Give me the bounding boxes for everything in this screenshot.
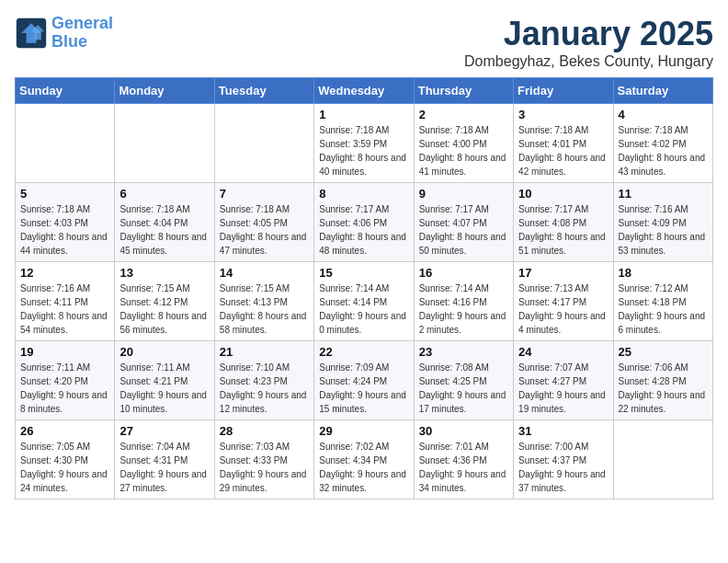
day-info: Sunrise: 7:17 AMSunset: 4:07 PMDaylight:… [419,202,508,258]
calendar-cell: 4Sunrise: 7:18 AMSunset: 4:02 PMDaylight… [613,104,712,183]
weekday-header-row: SundayMondayTuesdayWednesdayThursdayFrid… [16,78,713,104]
day-number: 18 [619,266,708,280]
day-info: Sunrise: 7:02 AMSunset: 4:34 PMDaylight:… [319,440,408,495]
day-number: 12 [20,266,109,280]
day-info: Sunrise: 7:15 AMSunset: 4:12 PMDaylight:… [119,282,209,337]
calendar-cell: 6Sunrise: 7:18 AMSunset: 4:04 PMDaylight… [115,183,214,262]
calendar-cell: 19Sunrise: 7:11 AMSunset: 4:20 PMDayligh… [16,341,115,420]
calendar-cell: 31Sunrise: 7:00 AMSunset: 4:37 PMDayligh… [514,420,613,500]
calendar-cell: 2Sunrise: 7:18 AMSunset: 4:00 PMDaylight… [414,104,513,183]
day-info: Sunrise: 7:13 AMSunset: 4:17 PMDaylight:… [518,282,608,337]
calendar-cell: 7Sunrise: 7:18 AMSunset: 4:05 PMDaylight… [214,183,313,262]
day-info: Sunrise: 7:03 AMSunset: 4:33 PMDaylight:… [220,440,309,495]
calendar-cell [214,104,313,183]
calendar-cell [613,420,712,500]
day-number: 6 [119,187,209,201]
day-info: Sunrise: 7:11 AMSunset: 4:20 PMDaylight:… [20,361,109,416]
day-number: 21 [220,345,309,359]
day-info: Sunrise: 7:18 AMSunset: 4:00 PMDaylight:… [419,123,508,178]
logo-text-line2: Blue [51,33,113,52]
day-number: 23 [419,345,508,359]
day-info: Sunrise: 7:06 AMSunset: 4:28 PMDaylight:… [619,361,708,416]
day-number: 11 [619,187,708,201]
calendar-cell: 1Sunrise: 7:18 AMSunset: 3:59 PMDaylight… [314,104,414,183]
calendar-cell: 3Sunrise: 7:18 AMSunset: 4:01 PMDaylight… [514,104,613,183]
location-title: Dombegyhaz, Bekes County, Hungary [464,53,713,70]
day-number: 7 [220,187,309,201]
calendar-cell [16,104,115,183]
week-row-5: 26Sunrise: 7:05 AMSunset: 4:30 PMDayligh… [16,420,713,500]
weekday-header-thursday: Thursday [414,78,513,104]
calendar-cell: 13Sunrise: 7:15 AMSunset: 4:12 PMDayligh… [115,262,214,341]
day-info: Sunrise: 7:18 AMSunset: 4:01 PMDaylight:… [518,123,608,178]
calendar-cell [115,104,214,183]
title-area: January 2025 Dombegyhaz, Bekes County, H… [464,15,713,70]
day-number: 28 [220,424,309,438]
day-info: Sunrise: 7:00 AMSunset: 4:37 PMDaylight:… [518,440,608,495]
day-info: Sunrise: 7:16 AMSunset: 4:09 PMDaylight:… [619,202,708,258]
day-number: 14 [220,266,309,280]
day-info: Sunrise: 7:18 AMSunset: 4:05 PMDaylight:… [220,202,309,258]
calendar-cell: 12Sunrise: 7:16 AMSunset: 4:11 PMDayligh… [16,262,115,341]
day-number: 13 [119,266,209,280]
calendar-cell: 11Sunrise: 7:16 AMSunset: 4:09 PMDayligh… [613,183,712,262]
weekday-header-monday: Monday [115,78,214,104]
day-number: 5 [20,187,109,201]
day-info: Sunrise: 7:12 AMSunset: 4:18 PMDaylight:… [619,282,708,337]
weekday-header-saturday: Saturday [613,78,712,104]
logo-icon [15,17,48,50]
calendar: SundayMondayTuesdayWednesdayThursdayFrid… [15,77,713,500]
day-number: 31 [518,424,608,438]
day-number: 8 [319,187,408,201]
day-number: 3 [518,108,608,121]
week-row-1: 1Sunrise: 7:18 AMSunset: 3:59 PMDaylight… [16,104,713,183]
week-row-4: 19Sunrise: 7:11 AMSunset: 4:20 PMDayligh… [16,341,713,420]
day-number: 1 [319,108,408,121]
calendar-cell: 18Sunrise: 7:12 AMSunset: 4:18 PMDayligh… [613,262,712,341]
day-number: 26 [20,424,109,438]
day-info: Sunrise: 7:17 AMSunset: 4:06 PMDaylight:… [319,202,408,258]
calendar-cell: 25Sunrise: 7:06 AMSunset: 4:28 PMDayligh… [613,341,712,420]
week-row-2: 5Sunrise: 7:18 AMSunset: 4:03 PMDaylight… [16,183,713,262]
day-number: 19 [20,345,109,359]
calendar-cell: 30Sunrise: 7:01 AMSunset: 4:36 PMDayligh… [414,420,513,500]
day-number: 27 [119,424,209,438]
day-info: Sunrise: 7:18 AMSunset: 3:59 PMDaylight:… [319,123,408,178]
calendar-cell: 10Sunrise: 7:17 AMSunset: 4:08 PMDayligh… [514,183,613,262]
day-number: 10 [518,187,608,201]
logo-text-line1: General [51,15,113,33]
calendar-cell: 14Sunrise: 7:15 AMSunset: 4:13 PMDayligh… [214,262,313,341]
day-number: 22 [319,345,408,359]
day-info: Sunrise: 7:09 AMSunset: 4:24 PMDaylight:… [319,361,408,416]
day-number: 9 [419,187,508,201]
day-info: Sunrise: 7:15 AMSunset: 4:13 PMDaylight:… [220,282,309,337]
day-info: Sunrise: 7:18 AMSunset: 4:02 PMDaylight:… [619,123,708,178]
calendar-cell: 28Sunrise: 7:03 AMSunset: 4:33 PMDayligh… [214,420,313,500]
week-row-3: 12Sunrise: 7:16 AMSunset: 4:11 PMDayligh… [16,262,713,341]
day-info: Sunrise: 7:18 AMSunset: 4:04 PMDaylight:… [119,202,209,258]
day-info: Sunrise: 7:05 AMSunset: 4:30 PMDaylight:… [20,440,109,495]
day-info: Sunrise: 7:08 AMSunset: 4:25 PMDaylight:… [419,361,508,416]
weekday-header-sunday: Sunday [16,78,115,104]
day-number: 17 [518,266,608,280]
day-info: Sunrise: 7:16 AMSunset: 4:11 PMDaylight:… [20,282,109,337]
weekday-header-tuesday: Tuesday [214,78,313,104]
day-number: 30 [419,424,508,438]
day-info: Sunrise: 7:18 AMSunset: 4:03 PMDaylight:… [20,202,109,258]
day-info: Sunrise: 7:07 AMSunset: 4:27 PMDaylight:… [518,361,608,416]
day-number: 29 [319,424,408,438]
day-number: 25 [619,345,708,359]
header: General Blue January 2025 Dombegyhaz, Be… [15,15,713,70]
day-number: 24 [518,345,608,359]
day-number: 15 [319,266,408,280]
calendar-cell: 26Sunrise: 7:05 AMSunset: 4:30 PMDayligh… [16,420,115,500]
logo: General Blue [15,15,113,52]
calendar-cell: 29Sunrise: 7:02 AMSunset: 4:34 PMDayligh… [314,420,414,500]
weekday-header-friday: Friday [514,78,613,104]
calendar-cell: 9Sunrise: 7:17 AMSunset: 4:07 PMDaylight… [414,183,513,262]
calendar-cell: 5Sunrise: 7:18 AMSunset: 4:03 PMDaylight… [16,183,115,262]
day-info: Sunrise: 7:10 AMSunset: 4:23 PMDaylight:… [220,361,309,416]
day-number: 16 [419,266,508,280]
day-info: Sunrise: 7:11 AMSunset: 4:21 PMDaylight:… [119,361,209,416]
weekday-header-wednesday: Wednesday [314,78,414,104]
